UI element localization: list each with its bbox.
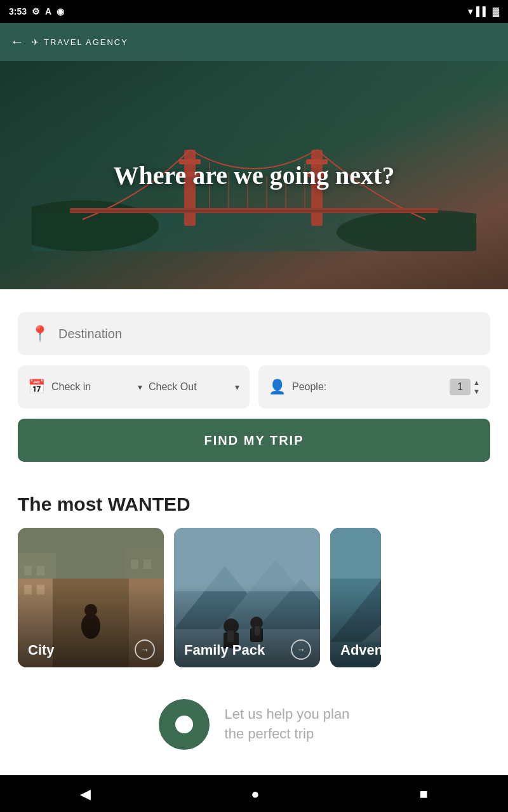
date-people-row: 📅 Check in ▾ Check Out ▾ 👤 People: 1 ▲ ▼ <box>18 365 490 409</box>
brand-name: TRAVEL AGENCY <box>44 37 128 47</box>
people-stepper: 1 ▲ ▼ <box>450 379 480 395</box>
section-title: The most WANTED <box>18 494 490 515</box>
date-range-box[interactable]: 📅 Check in ▾ Check Out ▾ <box>18 365 250 409</box>
find-trip-button[interactable]: FIND MY TRIP <box>18 419 490 462</box>
plane-icon: ✈ <box>32 37 40 47</box>
stepper-arrows[interactable]: ▲ ▼ <box>473 379 480 395</box>
calendar-icon: 📅 <box>28 379 45 395</box>
battery-icon: ▓ <box>493 6 499 16</box>
time-display: 3:53 <box>9 6 27 16</box>
checkin-label: Check in <box>51 381 131 393</box>
family-card-label: Family Pack <box>184 642 265 658</box>
destination-input[interactable] <box>58 327 478 341</box>
adventure-card[interactable]: Adven <box>330 528 381 667</box>
city-card[interactable]: City → <box>18 528 164 667</box>
signal-icon: ▌▌ <box>476 6 489 16</box>
help-icon-inner <box>175 716 193 733</box>
help-section: Let us help you planthe perfect trip <box>0 667 508 775</box>
home-nav-button[interactable]: ● <box>251 786 259 802</box>
status-left: 3:53 ⚙ A ◉ <box>9 6 64 16</box>
location-icon: 📍 <box>30 325 50 343</box>
most-wanted-section: The most WANTED <box>0 494 508 667</box>
destination-field[interactable]: 📍 <box>18 312 490 355</box>
search-section: 📍 📅 Check in ▾ Check Out ▾ 👤 People: 1 ▲… <box>0 289 508 494</box>
people-label: People: <box>292 381 326 393</box>
family-card[interactable]: Family Pack → <box>174 528 320 667</box>
family-card-arrow[interactable]: → <box>291 639 311 660</box>
hero-section: Where are we going next? <box>0 61 508 289</box>
svg-rect-16 <box>70 210 438 212</box>
help-icon[interactable] <box>159 699 210 750</box>
back-nav-button[interactable]: ◀ <box>80 786 91 802</box>
people-value: 1 <box>450 379 471 395</box>
recents-nav-button[interactable]: ■ <box>420 786 428 802</box>
top-navigation: ← ✈ TRAVEL AGENCY <box>0 23 508 61</box>
back-button[interactable]: ← <box>10 34 24 50</box>
bottom-navigation: ◀ ● ■ <box>0 775 508 812</box>
adventure-card-label: Adven <box>340 642 381 658</box>
decrement-arrow[interactable]: ▼ <box>473 388 480 395</box>
wifi-icon: ▾ <box>468 6 472 16</box>
status-bar: 3:53 ⚙ A ◉ ▾ ▌▌ ▓ <box>0 0 508 23</box>
increment-arrow[interactable]: ▲ <box>473 379 480 386</box>
help-text: Let us help you planthe perfect trip <box>225 705 350 744</box>
person-icon: 👤 <box>269 379 286 395</box>
people-box[interactable]: 👤 People: 1 ▲ ▼ <box>258 365 490 409</box>
admin-icon: A <box>45 6 51 16</box>
checkin-chevron[interactable]: ▾ <box>138 382 142 392</box>
checkout-chevron[interactable]: ▾ <box>235 382 239 392</box>
checkout-label: Check Out <box>149 381 229 393</box>
city-card-label: City <box>28 642 55 658</box>
cards-row: City → <box>18 528 490 667</box>
hero-title: Where are we going next? <box>88 160 420 190</box>
city-card-arrow[interactable]: → <box>135 639 155 660</box>
bridge-illustration <box>32 137 476 251</box>
brand-label: ✈ TRAVEL AGENCY <box>32 37 128 47</box>
vpn-icon: ◉ <box>57 6 64 16</box>
settings-icon: ⚙ <box>32 6 40 16</box>
status-right: ▾ ▌▌ ▓ <box>468 6 499 16</box>
